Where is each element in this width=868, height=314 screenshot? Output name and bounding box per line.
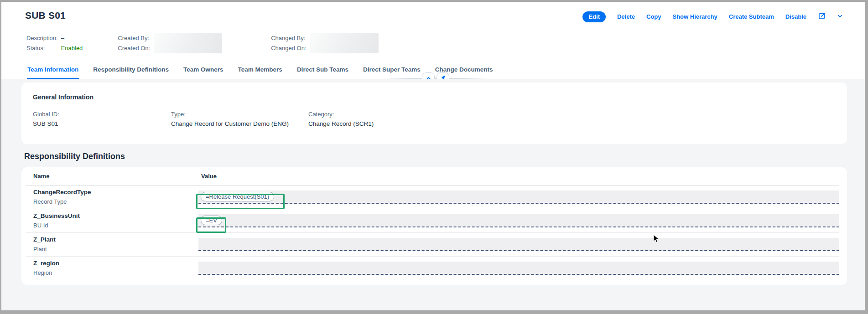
row-subtitle: Plant: [33, 246, 198, 253]
tab-team-members[interactable]: Team Members: [238, 63, 283, 79]
global-id-label: Global ID:: [33, 110, 171, 118]
global-id-value: SUB S01: [33, 119, 171, 129]
disable-button[interactable]: Disable: [785, 13, 806, 21]
copy-button[interactable]: Copy: [646, 13, 661, 21]
table-row-z-region: Z_region Region: [26, 257, 839, 280]
responsibility-definitions-table: Name Value ChangeRecordType Record Type …: [21, 167, 847, 285]
row-name: ChangeRecordType: [33, 188, 198, 196]
table-row-changerecordtype: ChangeRecordType Record Type =Release Re…: [26, 185, 839, 209]
object-page-header: SUB S01 Edit Delete Copy Show Hierarchy …: [1, 2, 865, 79]
annotation-highlight-box: [196, 194, 285, 209]
responsibility-definitions-heading: Responsibility Definitions: [24, 152, 847, 161]
status-label: Status:: [26, 43, 58, 53]
share-icon: [818, 12, 826, 21]
page-title: SUB S01: [25, 10, 66, 21]
table-row-z-businessunit: Z_BusinessUnit BU Id =EV: [26, 209, 839, 233]
edit-button[interactable]: Edit: [582, 11, 606, 22]
delete-button[interactable]: Delete: [617, 13, 635, 21]
description-label: Description:: [26, 33, 58, 43]
value-field[interactable]: =Release Request(S01): [198, 190, 839, 204]
category-value: Change Record (SCR1): [308, 119, 374, 129]
table-row-z-plant: Z_Plant Plant: [26, 233, 839, 257]
annotation-highlight-box: [196, 217, 226, 233]
more-actions-button[interactable]: [837, 13, 843, 21]
value-field[interactable]: [198, 262, 839, 275]
general-information-card: General Information Global ID: SUB S01 T…: [21, 82, 847, 144]
field-category: Category: Change Record (SCR1): [308, 110, 374, 129]
general-information-heading: General Information: [33, 93, 836, 101]
row-subtitle: Region: [33, 269, 198, 277]
header-action-bar: Edit Delete Copy Show Hierarchy Create S…: [582, 11, 843, 22]
description-value: –: [61, 33, 83, 43]
tab-responsibility-definitions[interactable]: Responsibility Definitions: [93, 63, 169, 79]
tab-direct-sub-teams[interactable]: Direct Sub Teams: [296, 63, 349, 79]
page-content: General Information Global ID: SUB S01 T…: [1, 79, 865, 310]
header-info-block: Description: Status: – Enabled Created B…: [25, 33, 843, 54]
changed-redacted-value: [310, 33, 379, 53]
category-label: Category:: [308, 110, 374, 118]
value-field[interactable]: =EV: [198, 214, 839, 227]
type-value: Change Record for Customer Demo (ENG): [171, 119, 308, 129]
status-badge: Enabled: [61, 43, 83, 53]
app-window: SUB S01 Edit Delete Copy Show Hierarchy …: [0, 0, 868, 314]
row-name: Z_BusinessUnit: [33, 212, 198, 220]
show-hierarchy-button[interactable]: Show Hierarchy: [673, 13, 717, 21]
changed-by-label: Changed By:: [271, 33, 306, 43]
column-header-name: Name: [26, 173, 198, 180]
row-name: Z_region: [33, 259, 198, 267]
type-label: Type:: [171, 110, 308, 118]
field-global-id: Global ID: SUB S01: [33, 110, 171, 129]
created-redacted-value: [154, 33, 222, 53]
row-name: Z_Plant: [33, 236, 198, 243]
tab-team-information[interactable]: Team Information: [27, 63, 79, 79]
value-field[interactable]: [198, 238, 839, 251]
created-on-label: Created On:: [118, 43, 150, 53]
created-by-label: Created By:: [118, 33, 150, 43]
create-subteam-button[interactable]: Create Subteam: [729, 13, 774, 21]
table-header-row: Name Value: [26, 167, 839, 185]
changed-on-label: Changed On:: [271, 43, 306, 53]
chevron-down-icon: [837, 13, 843, 21]
row-subtitle: BU Id: [33, 222, 198, 229]
column-header-value: Value: [198, 173, 217, 180]
share-button[interactable]: [818, 12, 826, 21]
field-type: Type: Change Record for Customer Demo (E…: [171, 110, 308, 129]
row-subtitle: Record Type: [33, 198, 198, 206]
tab-team-owners[interactable]: Team Owners: [183, 63, 224, 79]
